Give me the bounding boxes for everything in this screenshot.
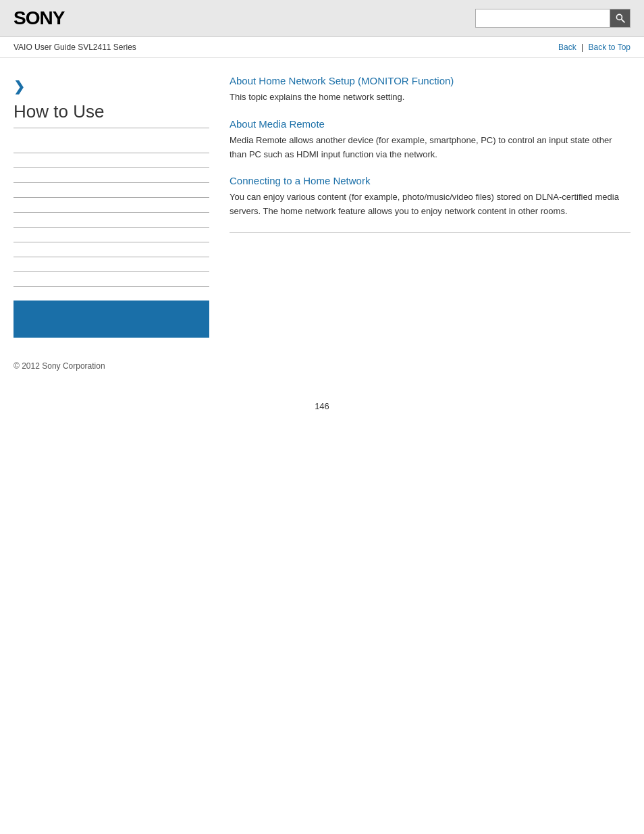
nav-links: Back | Back to Top [558,43,630,52]
list-item[interactable] [14,138,209,153]
list-item[interactable] [14,168,209,183]
back-link[interactable]: Back [558,43,576,52]
sidebar-blue-block [14,301,209,338]
footer: © 2012 Sony Corporation [0,351,644,381]
content-divider [230,232,630,233]
list-item[interactable] [14,228,209,242]
list-item[interactable] [14,242,209,257]
section-title-link-home-network[interactable]: About Home Network Setup (MONITOR Functi… [230,75,454,86]
section-connecting-home-network: Connecting to a Home Network You can enj… [230,175,630,219]
svg-line-1 [621,20,624,23]
search-icon [615,13,626,24]
sony-logo: SONY [14,7,64,29]
list-item[interactable] [14,153,209,168]
section-body-media-remote: Media Remote allows another device (for … [230,134,630,162]
page-header: SONY [0,0,644,37]
section-body-connecting: You can enjoy various content (for examp… [230,190,630,219]
sidebar-arrow-icon: ❯ [14,78,209,95]
search-input[interactable] [475,9,610,28]
list-item[interactable] [14,183,209,198]
section-body-home-network: This topic explains the home network set… [230,90,630,105]
search-button[interactable] [610,9,630,28]
list-item[interactable] [14,198,209,213]
nav-separator: | [581,43,583,52]
sub-header: VAIO User Guide SVL2411 Series Back | Ba… [0,37,644,58]
list-item[interactable] [14,257,209,272]
svg-point-0 [616,14,622,20]
sidebar-items [14,138,209,287]
main-content: ❯ How to Use About Home Network Setup (M… [0,58,644,351]
list-item[interactable] [14,272,209,287]
section-title-link-media-remote[interactable]: About Media Remote [230,118,325,130]
back-to-top-link[interactable]: Back to Top [589,43,630,52]
search-box [475,9,630,28]
sidebar-title: How to Use [14,101,209,128]
copyright: © 2012 Sony Corporation [14,361,105,371]
list-item[interactable] [14,213,209,228]
page-number: 146 [0,394,644,418]
section-title-link-connecting[interactable]: Connecting to a Home Network [230,175,370,186]
section-media-remote: About Media Remote Media Remote allows a… [230,118,630,162]
sidebar: ❯ How to Use [14,72,223,338]
guide-title: VAIO User Guide SVL2411 Series [14,43,136,52]
content-area: About Home Network Setup (MONITOR Functi… [223,72,630,338]
section-home-network-setup: About Home Network Setup (MONITOR Functi… [230,75,630,105]
